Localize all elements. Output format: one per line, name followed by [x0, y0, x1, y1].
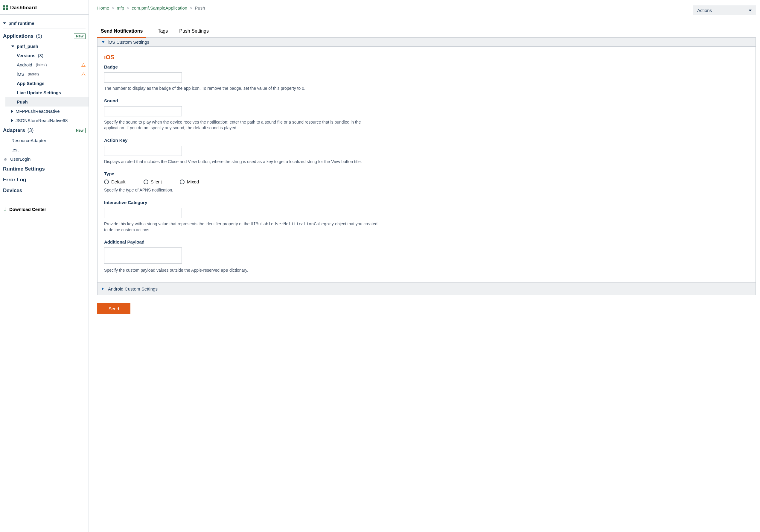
breadcrumb-home[interactable]: Home: [97, 5, 109, 11]
sidebar: Dashboard pmf runtime Applications (5) N…: [0, 0, 89, 532]
action-key-help: Displays an alert that includes the Clos…: [104, 159, 379, 165]
chevron-right-icon: [11, 119, 13, 122]
sidebar-item-runtime-settings[interactable]: Runtime Settings: [3, 164, 85, 174]
applications-header[interactable]: Applications (5) New: [3, 31, 85, 42]
sidebar-item-mfppush[interactable]: MFPPushReactNative: [8, 107, 85, 116]
warning-icon: [81, 63, 85, 67]
sidebar-item-label: Versions: [17, 53, 36, 58]
applications-count: (5): [36, 33, 42, 39]
dashboard-header[interactable]: Dashboard: [0, 4, 88, 15]
download-icon: ⤓: [3, 207, 7, 212]
sidebar-item-ios[interactable]: iOS (latest): [14, 70, 85, 79]
runtime-toggle[interactable]: pmf runtime: [3, 18, 85, 28]
breadcrumb-sep: >: [125, 5, 130, 11]
breadcrumb-sep: >: [188, 5, 194, 11]
sound-input[interactable]: [104, 106, 182, 117]
sound-help: Specify the sound to play when the devic…: [104, 120, 379, 131]
accordion-label: iOS Custom Settings: [108, 39, 149, 45]
chevron-right-icon: [102, 287, 104, 290]
android-custom-settings-toggle[interactable]: Android Custom Settings: [97, 283, 756, 295]
warning-icon: [81, 73, 85, 76]
sidebar-item-label: test: [11, 147, 19, 152]
sidebar-item-label: Devices: [3, 188, 22, 194]
sidebar-item-error-log[interactable]: Error Log: [3, 174, 85, 185]
sidebar-item-userlogin[interactable]: ⎋ UserLogin: [3, 154, 85, 164]
breadcrumb-sep: >: [110, 5, 116, 11]
applications-label: Applications: [3, 33, 33, 39]
type-radio-mixed[interactable]: Mixed: [180, 179, 199, 184]
sidebar-item-resource-adapter[interactable]: ResourceAdapter: [8, 136, 85, 145]
radio-label: Mixed: [187, 179, 199, 184]
runtime-label: pmf runtime: [8, 21, 34, 26]
chevron-right-icon: [11, 110, 13, 113]
sidebar-item-label: MFPPushReactNative: [16, 109, 60, 114]
sidebar-item-label: Live Update Settings: [17, 90, 61, 95]
help-text: Provide this key with a string value tha…: [104, 221, 251, 226]
sidebar-item-label: Android: [17, 62, 32, 67]
badge-input[interactable]: [104, 73, 182, 82]
sidebar-item-live-update[interactable]: Live Update Settings: [14, 88, 85, 97]
breadcrumb-app[interactable]: com.pmf.SampleApplication: [132, 5, 187, 11]
badge-label: Badge: [104, 64, 749, 70]
sidebar-item-label: Download Center: [9, 207, 46, 212]
sidebar-item-devices[interactable]: Devices: [3, 185, 85, 196]
interactive-category-input[interactable]: [104, 208, 182, 218]
adapters-label: Adapters: [3, 127, 25, 133]
sidebar-item-label: iOS: [17, 72, 24, 76]
action-key-label: Action Key: [104, 138, 749, 143]
additional-payload-label: Additional Payload: [104, 239, 749, 244]
divider: [3, 199, 85, 199]
sidebar-item-label: App Settings: [17, 81, 45, 86]
main-content: Home > mfp > com.pmf.SampleApplication >…: [89, 0, 760, 532]
sidebar-item-download-center[interactable]: ⤓ Download Center: [0, 204, 88, 215]
type-radio-default[interactable]: Default: [104, 179, 126, 184]
ios-heading: iOS: [104, 54, 749, 61]
sidebar-item-versions[interactable]: Versions (3): [14, 51, 85, 60]
dashboard-title: Dashboard: [10, 5, 37, 11]
help-code: UIMutableUserNotificationCategory: [251, 221, 334, 226]
interactive-category-label: Interactive Category: [104, 200, 749, 205]
tab-push-settings[interactable]: Push Settings: [179, 28, 209, 37]
chevron-down-icon: [749, 10, 752, 11]
chevron-down-icon: [102, 41, 105, 43]
send-button[interactable]: Send: [97, 303, 130, 314]
sidebar-item-label: Error Log: [3, 177, 26, 183]
radio-label: Default: [111, 179, 126, 184]
help-code: aps: [221, 268, 228, 272]
tab-send-notifications[interactable]: Send Notifications: [97, 28, 146, 38]
chevron-down-icon: [3, 23, 6, 24]
sidebar-item-test[interactable]: test: [8, 145, 85, 154]
tab-tags[interactable]: Tags: [158, 28, 168, 37]
sidebar-item-label: Push: [17, 99, 28, 104]
ios-custom-settings-toggle[interactable]: iOS Custom Settings: [97, 38, 756, 47]
type-help: Specify the type of APNS notification.: [104, 187, 379, 193]
sidebar-item-pmf-push[interactable]: pmf_push: [8, 42, 85, 51]
sidebar-item-app-settings[interactable]: App Settings: [14, 79, 85, 88]
sidebar-item-push[interactable]: Push: [5, 97, 88, 107]
help-text: Specify the custom payload values outsid…: [104, 268, 221, 272]
sidebar-item-label: JSONStoreReactNative68: [16, 118, 68, 123]
additional-payload-help: Specify the custom payload values outsid…: [104, 267, 379, 273]
sidebar-item-jsonstore[interactable]: JSONStoreReactNative68: [8, 116, 85, 125]
help-text: dictionary.: [228, 268, 248, 272]
sidebar-item-android[interactable]: Android (latest): [14, 60, 85, 70]
badge-help: The number to display as the badge of th…: [104, 85, 379, 92]
new-adapter-button[interactable]: New: [74, 128, 85, 133]
adapters-header[interactable]: Adapters (3) New: [3, 125, 85, 136]
ios-settings-panel: iOS Badge The number to display as the b…: [97, 47, 756, 283]
sidebar-item-label: pmf_push: [17, 44, 38, 49]
chevron-down-icon: [11, 45, 14, 47]
type-radio-silent[interactable]: Silent: [144, 179, 162, 184]
new-application-button[interactable]: New: [74, 33, 85, 39]
dashboard-icon: [3, 5, 8, 10]
additional-payload-input[interactable]: [104, 247, 182, 264]
accordion-label: Android Custom Settings: [108, 286, 158, 291]
tabs: Send Notifications Tags Push Settings: [97, 28, 756, 38]
radio-icon: [104, 179, 109, 184]
breadcrumb-mfp[interactable]: mfp: [117, 5, 124, 11]
breadcrumb: Home > mfp > com.pmf.SampleApplication >…: [97, 5, 205, 11]
sidebar-item-label: ResourceAdapter: [11, 138, 46, 143]
radio-icon: [144, 179, 148, 184]
action-key-input[interactable]: [104, 146, 182, 156]
actions-dropdown[interactable]: Actions: [693, 5, 756, 15]
